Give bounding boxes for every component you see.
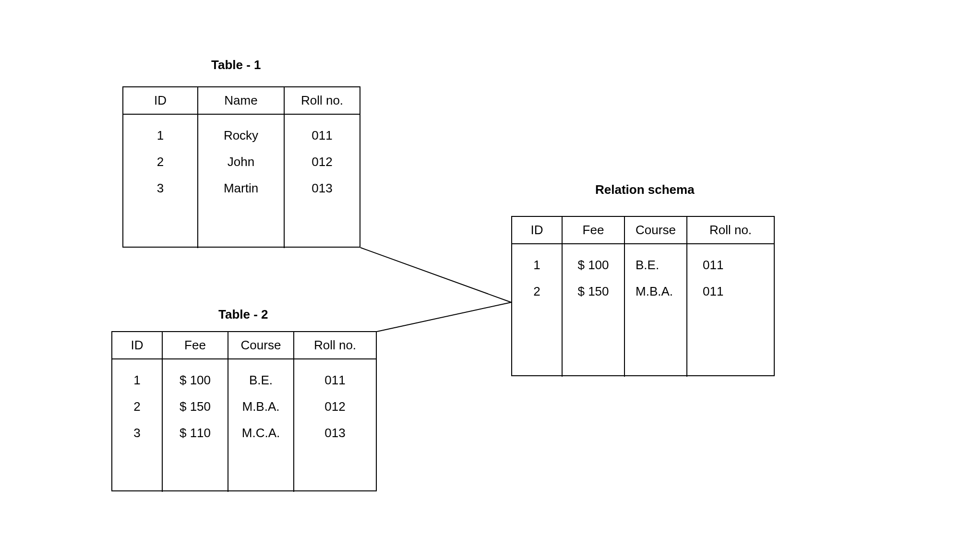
table-cell: 012 — [294, 393, 376, 420]
table-cell: 3 — [112, 420, 162, 446]
table2-header: ID — [112, 332, 163, 358]
table-cell: 011 — [285, 122, 360, 149]
table-cell: 2 — [512, 278, 562, 305]
table-cell: 2 — [112, 393, 162, 420]
table-cell: 011 — [687, 278, 774, 305]
table2-header: Course — [228, 332, 294, 358]
schema-header: Course — [625, 217, 687, 243]
table-cell: 013 — [285, 175, 360, 202]
schema-header-row: ID Fee Course Roll no. — [512, 217, 774, 244]
table1-body: 1 2 3 Rocky John Martin 011 012 013 — [123, 115, 360, 248]
table-cell: B.E. — [625, 252, 686, 278]
table1-header: ID — [123, 87, 198, 114]
table-cell: M.C.A. — [228, 420, 293, 446]
table-cell: $ 100 — [163, 367, 228, 393]
table1-header: Name — [198, 87, 285, 114]
schema-title: Relation schema — [595, 182, 695, 197]
table-cell: 011 — [294, 367, 376, 393]
table-cell: 1 — [123, 122, 197, 149]
table-cell: Martin — [198, 175, 284, 202]
table1: ID Name Roll no. 1 2 3 Rocky John Martin… — [122, 86, 360, 248]
schema-body: 1 2 $ 100 $ 150 B.E. M.B.A. 011 011 — [512, 244, 774, 377]
table2-header-row: ID Fee Course Roll no. — [112, 332, 376, 359]
table2-header: Fee — [163, 332, 228, 358]
table-cell: M.B.A. — [228, 393, 293, 420]
table-cell: M.B.A. — [625, 278, 686, 305]
table-cell: 1 — [112, 367, 162, 393]
schema-header: Fee — [563, 217, 625, 243]
table2-header: Roll no. — [294, 332, 376, 358]
table-cell: 1 — [512, 252, 562, 278]
svg-line-1 — [377, 302, 511, 332]
table1-header-row: ID Name Roll no. — [123, 87, 360, 115]
table1-title: Table - 1 — [211, 58, 261, 72]
table2-body: 1 2 3 $ 100 $ 150 $ 110 B.E. M.B.A. M.C.… — [112, 359, 376, 492]
table-cell: Rocky — [198, 122, 284, 149]
table-cell: 3 — [123, 175, 197, 202]
schema-header: Roll no. — [687, 217, 774, 243]
table-cell: 011 — [687, 252, 774, 278]
table1-header: Roll no. — [285, 87, 360, 114]
table-cell: 013 — [294, 420, 376, 446]
table-cell: $ 110 — [163, 420, 228, 446]
relation-schema-table: ID Fee Course Roll no. 1 2 $ 100 $ 150 B… — [511, 216, 775, 376]
table2: ID Fee Course Roll no. 1 2 3 $ 100 $ 150… — [111, 331, 377, 491]
table-cell: $ 150 — [163, 393, 228, 420]
table-cell: John — [198, 149, 284, 175]
table2-title: Table - 2 — [218, 307, 268, 322]
schema-header: ID — [512, 217, 563, 243]
table-cell: B.E. — [228, 367, 293, 393]
svg-line-0 — [360, 248, 511, 302]
table-cell: $ 100 — [563, 252, 624, 278]
table-cell: 2 — [123, 149, 197, 175]
table-cell: 012 — [285, 149, 360, 175]
table-cell: $ 150 — [563, 278, 624, 305]
